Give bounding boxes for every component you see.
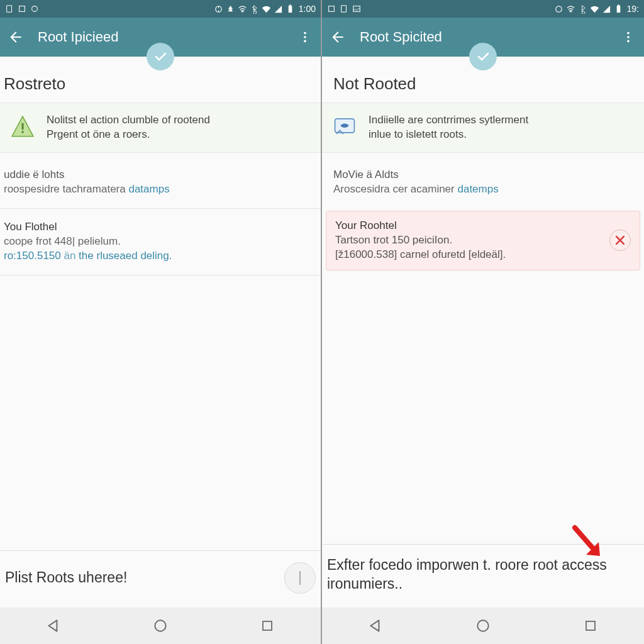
close-icon bbox=[614, 234, 626, 247]
check-badge bbox=[469, 43, 497, 70]
block1-line1: MoVie ä Aldts bbox=[333, 168, 640, 182]
nav-bar bbox=[0, 608, 321, 644]
link-text[interactable]: datamps bbox=[128, 183, 169, 195]
wifi-full-icon bbox=[590, 4, 599, 14]
check-icon bbox=[475, 49, 491, 64]
text-block-1: uddie ë lohts roospesidre tachramatera d… bbox=[0, 159, 321, 206]
status-time: 1:00 bbox=[299, 4, 316, 14]
bottom-banner: Plist Roots uheree! bbox=[0, 550, 321, 608]
arrow-left-icon bbox=[330, 29, 346, 45]
square-icon bbox=[327, 4, 336, 13]
battery-icon bbox=[614, 4, 623, 14]
sim-icon bbox=[340, 4, 348, 13]
nav-recent[interactable] bbox=[248, 613, 286, 638]
error-content: Your Roohtel Tartson trot 150 peiciIon. … bbox=[335, 219, 604, 262]
status-bar: 1:00 bbox=[0, 0, 321, 18]
text-block-1: MoVie ä Aldts Aroscesidra cer acaminer d… bbox=[322, 159, 644, 206]
nav-triangle-icon bbox=[45, 618, 62, 634]
err-line1: Tartson trot 150 peiciIon. bbox=[335, 233, 604, 248]
status-time: 19: bbox=[627, 4, 639, 14]
app-bar: Root Spicited bbox=[322, 18, 644, 57]
svg-point-7 bbox=[304, 32, 306, 35]
pill-button[interactable] bbox=[284, 562, 316, 594]
app-bar: Root Ipicieed bbox=[0, 18, 321, 57]
block2-line2: ro:150.5150 än the rluseaed deling. bbox=[4, 249, 317, 264]
phone-right: 19: Root Spicited Not Rooted Indiielle a… bbox=[322, 0, 644, 644]
bluetooth-icon bbox=[578, 4, 587, 14]
annotation-arrow bbox=[569, 525, 606, 562]
block1-line1: uddie ë lohts bbox=[4, 168, 317, 182]
text-block-2: You Flothel coope frot 448| pelielum. ro… bbox=[0, 211, 321, 272]
block2-line1: coope frot 448| pelielum. bbox=[4, 235, 317, 249]
svg-rect-11 bbox=[21, 131, 23, 133]
shield-icon bbox=[331, 113, 358, 141]
app-title: Root Ipicieed bbox=[38, 29, 118, 45]
bluetooth-icon bbox=[250, 4, 259, 14]
cell-signal-icon bbox=[274, 4, 283, 14]
nav-home[interactable] bbox=[464, 613, 502, 638]
sync-icon bbox=[214, 4, 223, 14]
back-button[interactable] bbox=[328, 28, 347, 47]
divider bbox=[0, 275, 321, 275]
info-line2: inlue to isletett roots. bbox=[369, 128, 467, 140]
block1-line2: roospesidre tachramatera datamps bbox=[4, 182, 317, 197]
block1-line2: Aroscesidra cer acaminer datemps bbox=[333, 182, 640, 197]
error-card: Your Roohtel Tartson trot 150 peiciIon. … bbox=[326, 211, 640, 270]
nav-square-icon bbox=[583, 618, 598, 633]
wifi-icon bbox=[566, 4, 575, 14]
check-badge bbox=[147, 43, 174, 70]
svg-rect-15 bbox=[329, 6, 335, 12]
nav-circle-icon bbox=[475, 618, 491, 634]
status-left-icons bbox=[5, 4, 39, 13]
sync-icon bbox=[554, 4, 564, 14]
arrow-left-icon bbox=[8, 29, 24, 45]
warning-triangle-icon bbox=[9, 113, 36, 141]
err-line2: [ž16000.538] carnel ofuretd [eldeäl]. bbox=[335, 248, 604, 262]
info-line1: Nolitst el action clumble of rootend bbox=[47, 114, 210, 126]
svg-rect-16 bbox=[341, 6, 347, 13]
svg-rect-0 bbox=[7, 6, 12, 13]
info-text: Nolitst el action clumble of rootend Prg… bbox=[47, 113, 210, 142]
image-icon bbox=[352, 4, 361, 13]
link-text[interactable]: datemps bbox=[457, 183, 498, 195]
svg-point-22 bbox=[627, 36, 630, 38]
pill-icon bbox=[294, 569, 306, 587]
info-line2: Prgent ot öne a roers. bbox=[47, 128, 150, 140]
svg-rect-6 bbox=[289, 4, 291, 5]
back-button[interactable] bbox=[6, 28, 25, 47]
nav-circle-icon bbox=[152, 618, 169, 634]
nav-home[interactable] bbox=[142, 613, 179, 638]
nav-back[interactable] bbox=[35, 613, 72, 638]
more-button[interactable] bbox=[619, 28, 638, 47]
cell-signal-icon bbox=[602, 4, 611, 14]
nav-recent[interactable] bbox=[572, 613, 609, 638]
nav-bar bbox=[322, 608, 644, 644]
svg-point-13 bbox=[155, 620, 165, 631]
svg-rect-19 bbox=[616, 5, 620, 12]
bottom-text: Plist Roots uheree! bbox=[5, 569, 284, 587]
info-card: Indiielle are contrrimes sytlerment inlu… bbox=[322, 103, 644, 153]
more-button[interactable] bbox=[296, 28, 314, 47]
error-close-button[interactable] bbox=[609, 230, 631, 251]
svg-rect-5 bbox=[288, 5, 292, 12]
status-left-icons bbox=[327, 4, 361, 13]
svg-point-9 bbox=[304, 40, 306, 43]
tree-icon bbox=[226, 4, 235, 14]
phone-left: 1:00 Root Ipicieed Rostreto Nolitst el a… bbox=[0, 0, 322, 644]
svg-rect-1 bbox=[19, 6, 25, 12]
info-card: Nolitst el action clumble of rootend Prg… bbox=[0, 103, 321, 153]
more-vert-icon bbox=[621, 30, 635, 44]
svg-rect-10 bbox=[21, 123, 23, 130]
nav-square-icon bbox=[260, 618, 275, 633]
svg-rect-14 bbox=[263, 621, 272, 630]
nav-triangle-icon bbox=[367, 618, 384, 634]
more-vert-icon bbox=[298, 30, 312, 44]
check-icon bbox=[153, 49, 168, 64]
nav-back[interactable] bbox=[357, 613, 394, 638]
svg-point-2 bbox=[32, 6, 38, 12]
wifi-full-icon bbox=[262, 4, 271, 14]
arrow-down-right-icon bbox=[569, 525, 606, 562]
svg-point-21 bbox=[627, 32, 630, 35]
circle-icon bbox=[30, 4, 39, 13]
status-right-icons: 19: bbox=[554, 4, 639, 14]
